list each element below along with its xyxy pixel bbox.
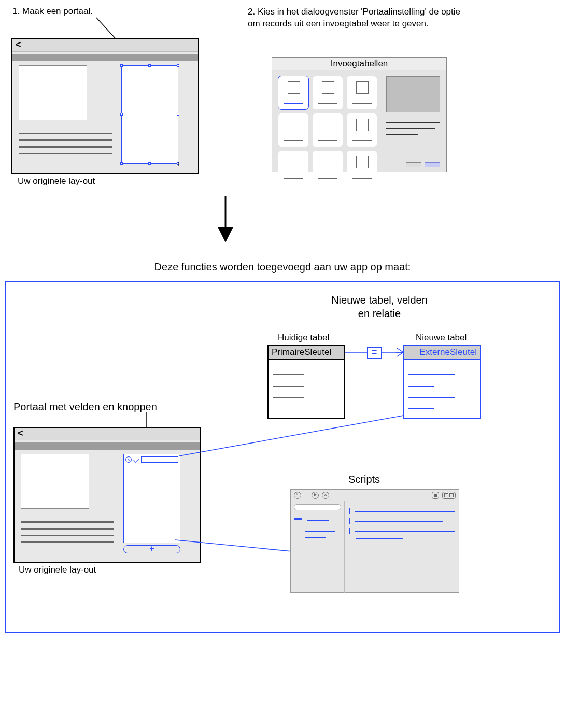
portal-setup-dialog: Invoegtabellen (272, 57, 447, 172)
grid-cell-9[interactable] (347, 151, 377, 184)
resize-cursor-icon: + (176, 160, 180, 168)
step2-text: 2. Kies in het dialoogvenster 'Portaalin… (248, 6, 465, 30)
ribbon-bar (12, 54, 198, 61)
stop-icon[interactable] (432, 492, 439, 499)
script-steps (345, 501, 459, 593)
flow-arrow-down (218, 196, 233, 242)
delete-icon[interactable]: × (125, 456, 132, 463)
grid-cell-4[interactable] (278, 113, 308, 147)
result-box: Nieuwe tabel, velden en relatie Huidige … (5, 281, 560, 633)
step1-caption: Uw originele lay-out (18, 176, 95, 187)
debug-script-icon[interactable] (322, 492, 329, 499)
new-table-label: Nieuwe tabel (416, 333, 467, 343)
scripts-sidebar (291, 501, 345, 593)
scripts-title: Scripts (348, 474, 380, 486)
scripts-toolbar: + (291, 490, 459, 501)
current-table-key: PrimaireSleutel (269, 346, 344, 360)
grid-cell-6[interactable] (347, 113, 377, 147)
folder-icon (294, 518, 302, 523)
image-placeholder (19, 65, 87, 120)
new-table: ExterneSleutel (403, 345, 481, 419)
tables-title: Nieuwe tabel, velden en relatie (307, 293, 452, 320)
addon-table-grid (278, 76, 377, 184)
image-placeholder-2 (21, 454, 89, 509)
dialog-preview (386, 76, 440, 112)
scripts-folder[interactable] (294, 515, 341, 526)
middle-title: Deze functies worden toegevoegd aan uw a… (4, 261, 561, 273)
step1-text: 1. Maak een portaal. (12, 6, 168, 17)
grid-cell-8[interactable] (313, 151, 343, 184)
text-lines (19, 127, 112, 160)
original-layout-step1: < + (11, 38, 199, 174)
portal-caption: Uw originele lay-out (19, 565, 96, 575)
dialog-description-lines (386, 118, 440, 139)
svg-line-5 (179, 416, 403, 456)
portal-section-title: Portaal met velden en knoppen (13, 401, 157, 413)
new-script-icon[interactable]: + (294, 492, 301, 499)
back-chevron: < (12, 39, 198, 52)
cancel-button[interactable] (406, 162, 421, 167)
current-table: PrimaireSleutel (267, 345, 345, 419)
connector-button-to-scripts (175, 538, 310, 559)
grid-cell-7[interactable] (278, 151, 308, 184)
run-script-icon[interactable] (312, 492, 319, 499)
portal-area[interactable] (123, 454, 180, 543)
connector-table-to-portal (171, 416, 482, 462)
grid-cell-3[interactable] (347, 76, 377, 109)
text-lines-2 (21, 516, 114, 548)
portal-selection[interactable] (121, 65, 178, 164)
grid-cell-5[interactable] (313, 113, 343, 147)
dialog-title: Invoegtabellen (272, 58, 446, 70)
current-table-label: Huidige tabel (278, 333, 329, 343)
new-table-key: ExterneSleutel (404, 346, 480, 360)
ok-button[interactable] (425, 162, 440, 167)
svg-line-6 (175, 540, 292, 551)
grid-cell-2[interactable] (313, 76, 343, 109)
portal-add-button[interactable]: + (123, 545, 180, 553)
grid-cell-1[interactable] (278, 76, 308, 109)
scripts-panel: + (290, 489, 459, 593)
relation-operator: = (367, 347, 382, 359)
attachment-icon[interactable] (133, 456, 139, 462)
view-toggle-icon[interactable] (442, 492, 456, 499)
scripts-search[interactable] (294, 504, 341, 510)
